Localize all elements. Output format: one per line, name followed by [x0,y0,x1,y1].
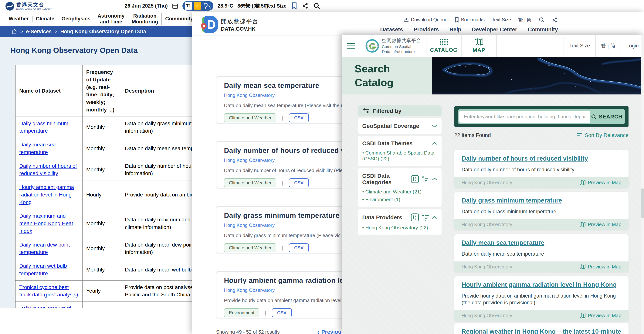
format-tag-csv[interactable]: CSV [289,113,309,122]
weather-warning-pill[interactable]: T1 ⚡ [182,1,214,10]
dataset-frequency: Monthly [82,116,121,138]
home-icon[interactable] [11,28,17,34]
result-card: Daily number of hours of reduced visibil… [454,150,628,188]
thunderstorm-warning-icon: ⚡ [194,2,201,10]
dataset-link[interactable]: Daily mean wet bulb temperature [19,263,67,276]
csdi-logo[interactable]: 空間數據共享平台 Common Spatial Data Infrastruct… [360,38,426,54]
chevron-down-icon[interactable] [432,124,438,128]
nav-help[interactable]: Help [450,26,462,33]
datagov-lang-switch[interactable]: 繁 | 简 [518,16,532,23]
result-card: Regional weather in Hong Kong – the late… [454,323,628,334]
hko-nav-geophysics[interactable]: Geophysics [58,16,94,22]
dataset-link[interactable]: Daily number of hours of reduced visibil… [19,163,77,176]
dataset-link[interactable]: Daily maximum and mean Hong Kong Heat In… [19,213,73,234]
share-icon[interactable] [552,17,558,23]
category-tag[interactable]: Climate and Weather [224,243,276,252]
bookmark-icon[interactable] [292,2,297,10]
nav-developer-center[interactable]: Developer Center [472,26,517,33]
breadcrumb-eservices[interactable]: e-Services [26,29,52,34]
result-title-link[interactable]: Hourly ambient gamma radiation level in … [462,281,616,288]
nav-providers[interactable]: Providers [414,26,439,33]
sort-by-relevance[interactable]: Sort By Relevance [577,132,628,138]
svg-text:Z: Z [415,179,416,182]
scrollbar-thumb[interactable] [641,188,644,218]
csdi-lang-switch[interactable]: 繁 | 简 [596,35,620,57]
hko-nav-astronomy[interactable]: Astronomy and Time [94,13,128,25]
sort-count-icon[interactable] [421,175,429,183]
result-title-link[interactable]: Daily grass minimum temperature [462,197,562,204]
result-provider: Hong Kong Observatory [462,264,512,270]
filter-item[interactable]: Climate and Weather (21) [362,189,438,195]
chevron-up-icon[interactable] [432,178,438,181]
dataset-frequency: Monthly [82,138,121,159]
hko-logo-zh: 香港天文台 [16,2,52,8]
preview-in-map-link[interactable]: Preview in Map [580,264,621,270]
filter-item[interactable]: Hong Kong Observatory (22) [362,225,438,231]
datagov-logo-en: DATA.GOV.HK [221,26,258,32]
sort-alphabetical-icon[interactable]: AZ [411,175,419,183]
hero-topography-image [432,57,644,94]
datagov-logo[interactable]: D 開放數據平台 DATA.GOV.HK [201,16,258,33]
result-title-link[interactable]: Daily number of hours of reduced visibil… [462,155,588,162]
search-input[interactable] [459,111,590,122]
login-button[interactable]: Login [621,35,644,57]
chevron-up-icon[interactable] [432,216,438,219]
preview-in-map-link[interactable]: Preview in Map [580,222,621,228]
datagov-text-size[interactable]: Text Size [492,17,511,22]
bookmarks-link[interactable]: Bookmarks [454,17,484,22]
search-icon[interactable] [313,2,320,9]
dataset-link[interactable]: Daily mean amount of cloud [19,306,71,308]
csdi-text-size[interactable]: Text Size [564,35,595,57]
hko-nav-climate[interactable]: Climate [32,16,58,22]
result-description: Data on daily mean sea temperature [462,250,621,257]
nav-datasets[interactable]: Datasets [380,26,403,33]
scrollbar-track[interactable] [641,35,644,334]
hko-lang-simplified[interactable]: 简 [256,2,260,9]
download-queue-link[interactable]: Download Queue [404,17,448,22]
dataset-link[interactable]: Daily grass minimum temperature [19,120,68,134]
hko-logo[interactable]: 香港天文台 HONG KONG OBSERVATORY [5,2,52,11]
category-tag[interactable]: Climate and Weather [224,178,276,188]
hko-nav-community[interactable]: Community [162,16,197,22]
calendar-icon[interactable] [172,3,178,9]
sort-alphabetical-icon[interactable]: AZ [411,214,419,222]
hko-topbar: 香港天文台 HONG KONG OBSERVATORY 26 Jun 2025 … [0,0,644,12]
filtered-by-header: Filtered by [358,106,442,116]
previous-page-button[interactable]: ‹ Previous [317,328,344,334]
format-tag-csv[interactable]: CSV [272,308,292,318]
hko-lang-traditional[interactable]: 繁 [246,2,250,9]
category-tag[interactable]: Climate and Weather [224,113,276,122]
dataset-frequency: Hourly [82,180,121,209]
screen: 香港天文台 HONG KONG OBSERVATORY 26 Jun 2025 … [0,0,644,334]
share-icon[interactable] [302,3,308,9]
hko-nav-weather[interactable]: Weather [5,16,32,22]
dataset-link[interactable]: Hourly ambient gamma radiation level in … [19,184,74,205]
dataset-link[interactable]: Daily mean dew point temperature [19,242,70,255]
preview-in-map-link[interactable]: Preview in Map [580,313,621,318]
dataset-frequency: Yearly [82,280,121,302]
result-title-link[interactable]: Daily mean sea temperature [462,239,544,246]
format-tag-csv[interactable]: CSV [289,243,309,252]
filter-sliders-icon [362,108,370,114]
result-title-link[interactable]: Regional weather in Hong Kong – the late… [462,328,621,334]
dataset-link[interactable]: Daily mean sea temperature [19,142,56,155]
filter-item[interactable]: Common Sharable Spatial Data (CSSD) (22) [362,150,438,162]
preview-in-map-link[interactable]: Preview in Map [580,180,621,186]
catalog-tab[interactable]: CATALOG [426,38,461,53]
hko-text-size[interactable]: Text Size [266,3,286,9]
hko-nav-radiation[interactable]: Radiation Monitoring [128,13,162,25]
filter-section-geospatial: GeoSpatial Coverage [358,118,442,134]
hko-date: 26 Jun 2025 (Thu) [125,3,168,9]
chevron-up-icon[interactable] [432,142,438,145]
map-tab[interactable]: MAP [462,38,496,53]
format-tag-csv[interactable]: CSV [289,178,309,188]
category-tag[interactable]: Environment [224,308,259,318]
search-icon[interactable] [538,17,545,23]
sort-count-icon[interactable] [421,214,429,222]
filter-item[interactable]: Environment (1) [362,197,438,202]
dataset-link[interactable]: Tropical cyclone best track data (post a… [19,284,78,298]
search-button[interactable]: SEARCH [590,111,624,122]
nav-community[interactable]: Community [528,26,558,33]
result-provider: Hong Kong Observatory [462,222,512,227]
menu-hamburger-icon[interactable] [342,43,360,49]
